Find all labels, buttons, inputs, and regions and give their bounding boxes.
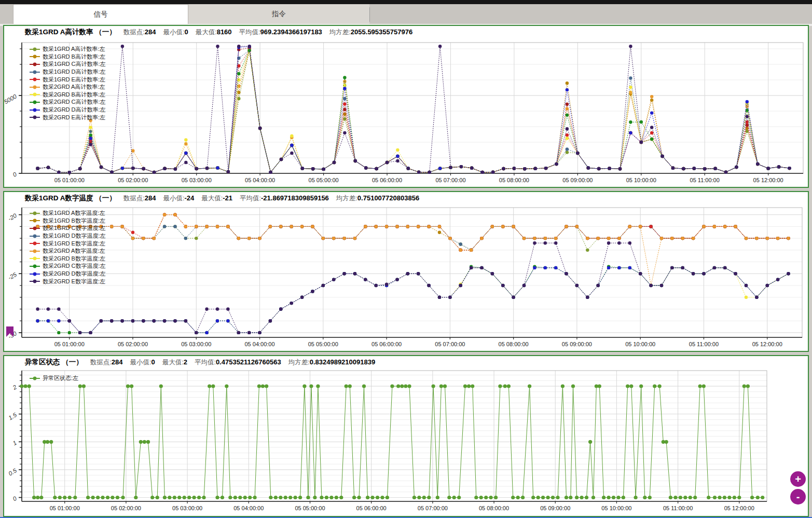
data-point [342,272,346,275]
legend-item[interactable]: 数采1GRD D高计数率:左 [29,69,106,76]
legend-item[interactable]: 数采2GRD D数字温度:左 [29,270,106,278]
data-point [316,384,320,388]
legend-item[interactable]: 数采1GRD A高计数率:左 [29,46,106,53]
data-point [153,171,156,174]
data-point [643,496,646,499]
data-point [681,266,684,269]
legend-label: 数采1GRD A高计数率:左 [43,45,105,53]
data-point [306,496,310,499]
data-point [106,496,109,499]
data-point [471,384,474,388]
data-point [556,496,559,499]
stat-points: 数据点:284 [123,28,156,37]
data-point [745,296,748,299]
legend-item[interactable]: 数采1GRD D数字温度:左 [29,233,106,240]
data-point [723,225,726,228]
data-point [502,167,505,170]
data-point [290,144,293,147]
legend-item[interactable]: 数采1GRD B数字温度:左 [29,217,106,225]
data-point [449,166,452,169]
legend-item[interactable]: 数采1GRD E数字温度:左 [29,240,106,247]
legend-item[interactable]: 数采1GRD C高计数率:左 [29,61,106,68]
data-point [438,167,442,170]
legend-item[interactable]: 数采2GRD A数字温度:左 [29,248,106,255]
data-point [491,170,494,173]
data-point [126,384,130,388]
data-point [301,167,304,170]
data-point [629,384,633,388]
data-point [233,496,237,499]
zoom-out-button[interactable]: - [790,489,806,505]
tab-signal[interactable]: 信号 [13,4,188,24]
chart-digital-temperature[interactable]: -20-25-3005 01:00:0005 02:00:0005 03:00:… [4,203,808,351]
legend-item[interactable]: 数采1GRD E高计数率:左 [29,76,106,83]
data-point [396,155,399,158]
chart-high-count-rate[interactable]: 0500005 01:00:0005 02:00:0005 03:00:0005… [4,37,808,187]
data-point [238,496,242,499]
legend-item[interactable]: 数采1GRD B高计数率:左 [29,53,106,61]
data-point [427,496,431,499]
data-point [364,278,367,281]
data-point [417,225,420,228]
data-point [761,496,764,499]
series-line [38,50,790,172]
x-axis-tick-label: 05 12:00:00 [753,177,783,183]
data-point [68,171,71,174]
data-point [617,266,621,269]
data-point [734,225,737,228]
legend-item[interactable]: 数采2GRD A高计数率:左 [29,84,106,91]
tab-signal-label: 信号 [94,10,108,19]
legend-item[interactable]: 数采2GRD E数字温度:左 [29,278,106,285]
data-point [629,86,632,89]
data-point [544,167,547,170]
legend-item[interactable]: 数采2GRD E高计数率:左 [29,114,106,121]
data-point [689,496,692,499]
legend-item[interactable]: 数采2GRD B高计数率:左 [29,91,106,99]
plot-area[interactable]: 0500005 01:00:0005 02:00:0005 03:00:0005… [4,37,808,187]
data-point [566,137,569,140]
legend-item[interactable]: 数采2GRD C数字温度:左 [29,263,106,270]
data-point [597,167,600,170]
data-point [216,319,219,322]
legend-item[interactable]: 数采2GRD D高计数率:左 [29,106,106,114]
panel-high-count-rate: 数采1GRD A高计数率 （一） 数据点:284 最小值:0 最大值:8160 … [3,25,809,188]
tab-command[interactable]: 指令 [188,4,369,24]
data-point [279,307,282,310]
data-point [227,170,230,173]
series-line [38,50,790,172]
data-point [142,167,145,170]
data-point [566,107,569,110]
data-point [533,241,536,244]
data-point [370,496,374,499]
data-point [187,496,191,499]
legend-label: 数采2GRD D高计数率:左 [43,106,106,114]
data-point [248,49,251,52]
legend-item[interactable]: 异常区状态:左 [29,375,78,382]
data-point [208,384,211,388]
legend-item[interactable]: 数采1GRD A数字温度:左 [29,210,106,217]
data-point [628,225,631,228]
bookmark-icon[interactable] [6,326,14,337]
chart-legend: 异常区状态:左 [29,375,78,382]
stat-points: 数据点:284 [123,194,156,203]
x-axis-tick-label: 05 09:00:00 [562,341,592,347]
legend-item[interactable]: 数采1GRD C数字温度:左 [29,225,106,232]
data-point [683,496,687,499]
data-point [174,167,177,170]
chart-abnormal-zone-status[interactable]: 00.511.5205 01:00:0005 02:00:0005 03:00:… [4,367,808,516]
data-point [756,496,760,499]
zoom-in-button[interactable]: + [790,471,806,487]
plot-area[interactable]: -20-25-3005 01:00:0005 02:00:0005 03:00:… [4,203,808,351]
data-point [436,496,439,499]
legend-item[interactable]: 数采2GRD B数字温度:左 [29,255,106,263]
data-point [522,284,526,287]
legend-swatch-icon [29,70,40,75]
data-point [640,141,643,144]
data-point [650,126,653,129]
x-axis-tick-label: 05 08:00:00 [479,505,509,511]
panel-2-header: 数采1GRD A数字温度 （一） 数据点:284 最小值:-24 最大值:-21… [4,192,808,203]
legend-swatch-icon [29,77,40,82]
legend-item[interactable]: 数采2GRD C高计数率:左 [29,99,106,106]
legend-swatch-icon [29,256,40,261]
plot-area[interactable]: 00.511.5205 01:00:0005 02:00:0005 03:00:… [4,367,808,516]
